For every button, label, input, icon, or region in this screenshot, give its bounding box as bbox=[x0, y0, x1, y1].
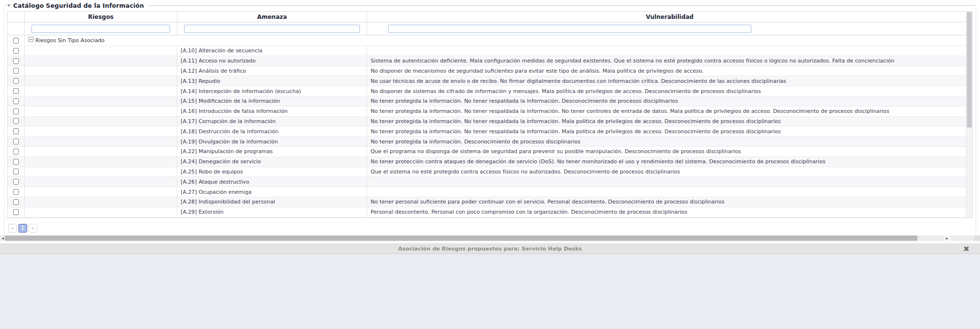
footer-bar: Asociación de Riesgos propuestos para: S… bbox=[0, 244, 980, 254]
pagination-next-button[interactable]: » bbox=[29, 224, 37, 233]
amenaza-cell: [A.28] Indisponibilidad del personal bbox=[177, 197, 367, 207]
vulnerabilidad-cell bbox=[367, 187, 972, 197]
column-header-riesgos: Riesgos bbox=[25, 12, 177, 22]
amenaza-cell: [A.25] Robo de equipos bbox=[177, 167, 367, 177]
table-row[interactable]: [A.24] Denegación de servicio No tener p… bbox=[8, 157, 972, 167]
horizontal-scrollbar-thumb[interactable] bbox=[5, 235, 918, 241]
horizontal-scrollbar[interactable]: ◀ ▶ bbox=[0, 235, 980, 241]
vulnerabilidad-cell: No tener protegida la información. No te… bbox=[367, 126, 972, 136]
catalog-panel: ▼ Catálogo Seguridad de la Información R… bbox=[4, 2, 976, 237]
vulnerabilidad-cell: Personal descontento. Personal con poco … bbox=[367, 207, 972, 217]
vulnerabilidad-cell: Sistema de autenticación deficiente. Mal… bbox=[367, 56, 972, 66]
pagination: « 1 » bbox=[8, 224, 973, 233]
scrollbar-corner bbox=[974, 235, 980, 241]
vulnerabilidad-cell: No tener protegida la información. Desco… bbox=[367, 137, 972, 146]
row-checkbox[interactable] bbox=[13, 209, 19, 215]
page-background bbox=[0, 241, 980, 329]
table-row[interactable]: [A.22] Manipulación de programas Que el … bbox=[8, 147, 972, 157]
vulnerabilidad-cell bbox=[367, 46, 972, 56]
amenaza-cell: [A.24] Denegación de servicio bbox=[177, 157, 367, 167]
footer-title: Asociación de Riesgos propuestos para: S… bbox=[398, 246, 582, 252]
table-row[interactable]: [A.28] Indisponibilidad del personal No … bbox=[8, 197, 972, 207]
table-row[interactable]: [A.26] Ataque destructivo bbox=[8, 177, 972, 187]
vulnerabilidad-cell: No tener protegida la información. No te… bbox=[367, 107, 972, 116]
row-checkbox[interactable] bbox=[13, 159, 19, 165]
table-row[interactable]: [A.12] Análisis de tráfico No disponer d… bbox=[8, 66, 972, 77]
row-checkbox[interactable] bbox=[13, 88, 19, 94]
column-header-amenaza: Amenaza bbox=[177, 12, 367, 22]
amenaza-cell: [A.17] Corrupción de la información bbox=[177, 117, 367, 126]
amenaza-cell: [A.27] Ocupación enemiga bbox=[177, 187, 367, 197]
table-row[interactable]: [A.27] Ocupación enemiga bbox=[8, 187, 972, 197]
amenaza-cell: [A.19] Divulgación de la información bbox=[177, 137, 367, 146]
row-checkbox[interactable] bbox=[13, 118, 19, 124]
row-checkbox[interactable] bbox=[13, 58, 19, 64]
amenaza-cell: [A.11] Acceso no autorizado bbox=[177, 56, 367, 66]
collapse-panel-icon[interactable]: ▼ bbox=[7, 4, 10, 8]
amenaza-cell: [A.15] Modificación de la información bbox=[177, 96, 367, 106]
group-label: Riesgos Sin Tipo Asociado bbox=[35, 37, 105, 44]
amenaza-cell: [A.12] Análisis de tráfico bbox=[177, 66, 367, 76]
vulnerabilidad-filter-input[interactable] bbox=[388, 25, 751, 33]
row-checkbox[interactable] bbox=[13, 149, 19, 155]
table-row[interactable]: [A.19] Divulgación de la información No … bbox=[8, 137, 972, 147]
amenaza-cell: [A.14] Intercepción de información (escu… bbox=[177, 86, 367, 96]
panel-header: ▼ Catálogo Seguridad de la Información bbox=[6, 2, 148, 9]
table-row[interactable]: [A.14] Intercepción de información (escu… bbox=[8, 86, 972, 96]
amenaza-cell: [A.13] Repudio bbox=[177, 76, 367, 86]
vulnerabilidad-cell: Que el programa no disponga de sistema d… bbox=[367, 147, 972, 157]
vulnerabilidad-cell: Que el sistema no esté protegido contra … bbox=[367, 167, 972, 177]
riesgos-filter-input[interactable] bbox=[31, 25, 170, 33]
row-checkbox[interactable] bbox=[13, 189, 19, 195]
table-row[interactable]: [A.10] Alteración de secuencia bbox=[8, 46, 972, 56]
amenaza-cell: [A.26] Ataque destructivo bbox=[177, 177, 367, 187]
vulnerabilidad-cell: No tener protegida la información. No te… bbox=[367, 96, 972, 106]
row-checkbox[interactable] bbox=[13, 199, 19, 205]
amenaza-cell: [A.18] Destrucción de la información bbox=[177, 126, 367, 136]
row-checkbox[interactable] bbox=[13, 68, 19, 74]
collapse-group-icon[interactable]: − bbox=[29, 37, 33, 42]
pagination-page-1-button[interactable]: 1 bbox=[18, 224, 27, 233]
table-row[interactable]: [A.13] Repudio No usar técnicas de acuse… bbox=[8, 76, 972, 86]
table-header-row: Riesgos Amenaza Vulnerabilidad bbox=[8, 12, 972, 22]
table-row[interactable]: [A.11] Acceso no autorizado Sistema de a… bbox=[8, 56, 972, 66]
row-checkbox[interactable] bbox=[13, 109, 19, 114]
table-row[interactable]: [A.15] Modificación de la información No… bbox=[8, 96, 972, 107]
row-checkbox[interactable] bbox=[13, 179, 19, 185]
amenaza-cell: [A.29] Extorsión bbox=[177, 207, 367, 217]
vulnerabilidad-cell: No disponer de mecanismos de seguridad s… bbox=[367, 66, 972, 76]
vertical-scrollbar[interactable] bbox=[966, 12, 972, 218]
row-checkbox[interactable] bbox=[13, 48, 19, 54]
table-row[interactable]: [A.29] Extorsión Personal descontento. P… bbox=[8, 207, 972, 218]
vulnerabilidad-cell: No tener personal suficiente para poder … bbox=[367, 197, 972, 207]
close-icon[interactable]: ✖ bbox=[963, 245, 969, 252]
vertical-scrollbar-thumb[interactable] bbox=[967, 12, 972, 127]
table-filter-row bbox=[8, 22, 972, 35]
column-header-vulnerabilidad: Vulnerabilidad bbox=[367, 12, 972, 22]
row-checkbox[interactable] bbox=[13, 128, 19, 134]
panel-title: Catálogo Seguridad de la Información bbox=[13, 2, 144, 9]
amenaza-cell: [A.10] Alteración de secuencia bbox=[177, 46, 367, 56]
table-row[interactable]: [A.16] Introducción de falsa información… bbox=[8, 107, 972, 117]
vulnerabilidad-cell bbox=[367, 177, 972, 187]
scroll-right-icon[interactable]: ▶ bbox=[944, 235, 950, 241]
group-row-riesgos-sin-tipo: − Riesgos Sin Tipo Asociado bbox=[8, 35, 972, 46]
amenaza-cell: [A.16] Introducción de falsa información bbox=[177, 107, 367, 116]
header-checkbox-cell bbox=[8, 12, 25, 22]
vulnerabilidad-cell: No tener protección contra ataques de de… bbox=[367, 157, 972, 167]
row-checkbox[interactable] bbox=[13, 98, 19, 104]
table-row[interactable]: [A.25] Robo de equipos Que el sistema no… bbox=[8, 167, 972, 177]
row-checkbox[interactable] bbox=[13, 169, 19, 174]
vulnerabilidad-cell: No usar técnicas de acuse de envío o de … bbox=[367, 76, 972, 86]
vulnerabilidad-cell: No tener protegida la información. No te… bbox=[367, 117, 972, 126]
row-checkbox[interactable] bbox=[13, 78, 19, 84]
pagination-prev-button[interactable]: « bbox=[8, 224, 17, 233]
risk-table: Riesgos Amenaza Vulnerabilidad − Riesgos… bbox=[7, 11, 973, 218]
table-row[interactable]: [A.17] Corrupción de la información No t… bbox=[8, 117, 972, 127]
amenaza-filter-input[interactable] bbox=[184, 25, 360, 33]
group-checkbox[interactable] bbox=[13, 38, 19, 44]
vulnerabilidad-cell: No disponer de sistemas de cifrado de in… bbox=[367, 86, 972, 96]
table-row[interactable]: [A.18] Destrucción de la información No … bbox=[8, 126, 972, 137]
amenaza-cell: [A.22] Manipulación de programas bbox=[177, 147, 367, 157]
row-checkbox[interactable] bbox=[13, 139, 19, 144]
